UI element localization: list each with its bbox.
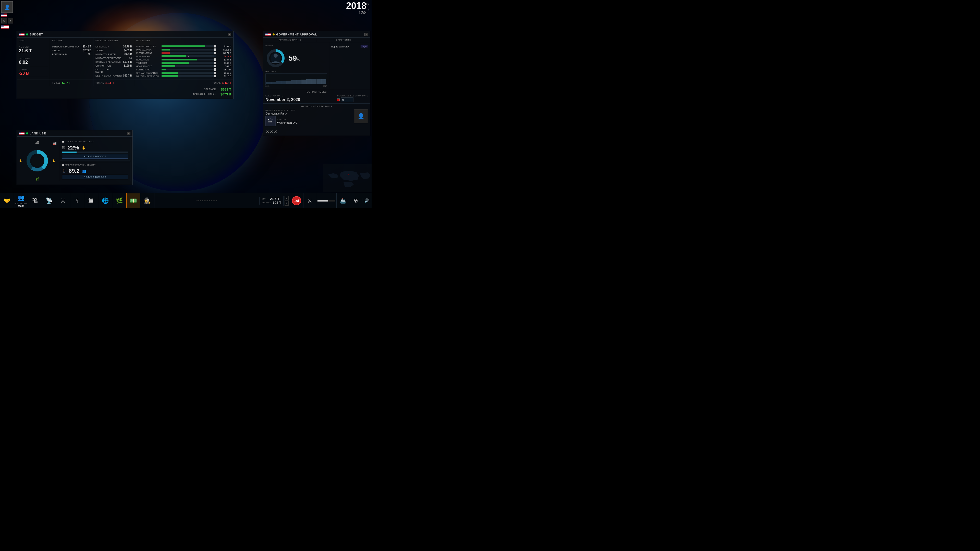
action-icon[interactable]: ✦ bbox=[8, 18, 13, 24]
move-icon[interactable]: ⊕ bbox=[1, 18, 7, 24]
svg-point-3 bbox=[274, 54, 278, 58]
bottom-icon-espionage[interactable]: 🕵 bbox=[140, 193, 154, 208]
exp-bar-environment bbox=[162, 52, 216, 54]
exp-bar-education bbox=[162, 59, 216, 60]
gdp-amount-value: 21.6 T bbox=[19, 48, 48, 54]
bottom-icon-environment[interactable]: 🌿 bbox=[112, 193, 126, 208]
land-header: LAND USE ✕ bbox=[17, 130, 132, 137]
balance-row-bottom: BALANCE 693 T bbox=[262, 201, 281, 205]
bottom-icon-government[interactable]: 🏛 bbox=[84, 193, 98, 208]
fixed-exp-row-5: CORRUPTION $129 B bbox=[95, 64, 132, 68]
exp-row-telecom: TELECOM $149 B bbox=[136, 61, 231, 65]
election-row: ELECTION DATE November 2, 2020 POSTPONE … bbox=[266, 95, 368, 102]
postpone-input[interactable] bbox=[341, 97, 353, 102]
military-icon-bottom: ⚔ bbox=[59, 197, 67, 205]
player-avatar[interactable]: 👤 bbox=[1, 1, 13, 13]
bottom-icon-economy[interactable]: 💵 bbox=[126, 193, 140, 208]
gov-details-section: GOVERNMENT DETAILS NAME OF PARTY IN POWE… bbox=[263, 103, 370, 136]
balance-row: BALANCE $693 T bbox=[19, 87, 231, 92]
exp-row-civilian-research: CIVILIAN RESEARCH $153 B bbox=[136, 71, 231, 75]
exp-bar-fill-healthcare bbox=[162, 56, 186, 57]
urban-icon-left: 🚶 bbox=[62, 169, 66, 173]
income-label-2: FOREIGN AID bbox=[52, 53, 67, 56]
income-val-2: $0 bbox=[88, 53, 91, 56]
gdp-growth-value: 0.02 bbox=[19, 60, 48, 65]
party-label: NAME OF PARTY IN POWER bbox=[266, 109, 352, 111]
rating-display: 59% bbox=[266, 48, 327, 68]
urban-adjust-btn[interactable]: ADJUST BUDGET bbox=[62, 175, 128, 179]
arable-icon-left: 🖼 bbox=[62, 146, 65, 150]
balance-label: BALANCE bbox=[204, 88, 216, 91]
postpone-input-row bbox=[337, 97, 368, 102]
bottom-icon-infrastructure[interactable]: 🏗 bbox=[28, 193, 42, 208]
gov-approval-panel: GOVERNMENT APPROVAL ✕ APPROVAL RATING OP… bbox=[263, 31, 370, 136]
history-bar-5 bbox=[291, 80, 296, 84]
gov-portrait: 👤 bbox=[354, 109, 368, 123]
income-col-header: INCOME bbox=[52, 39, 91, 43]
nav-down-arrow[interactable]: ▼ bbox=[285, 201, 289, 206]
arable-bar bbox=[62, 151, 128, 153]
fixed-exp-label-3: MILITARY OPERATIONS bbox=[95, 57, 121, 59]
nav-up-arrow[interactable]: ▲ bbox=[285, 196, 289, 200]
approval-tabs: APPROVAL RATING OPPONENTS bbox=[263, 38, 370, 42]
land-donut-chart bbox=[24, 148, 50, 173]
history-section: HISTORY 2013 2017 bbox=[266, 70, 327, 87]
budget-header: BUDGET ✕ bbox=[17, 32, 233, 38]
bottom-progress-icon[interactable] bbox=[316, 193, 337, 208]
bottom-icon-health[interactable]: ⚕ bbox=[70, 193, 84, 208]
axe-icon: ⚔ bbox=[307, 198, 312, 204]
opponents-tab[interactable]: OPPONENTS bbox=[317, 38, 370, 42]
capital-text: CAPITAL Washington D.C. bbox=[277, 118, 298, 124]
exp-label-government: GOVERNMENT bbox=[136, 65, 161, 68]
gdp-col-header: GDP bbox=[19, 39, 48, 43]
bottom-icon-communications[interactable]: 📡 bbox=[42, 193, 56, 208]
unit-progress-bar bbox=[318, 200, 335, 202]
bottom-balance-value: 693 T bbox=[273, 201, 281, 205]
exp-bar-marker-infrastructure bbox=[214, 45, 216, 48]
bottom-icon-diplomacy[interactable]: 🤝 bbox=[0, 193, 14, 208]
dot-9 bbox=[213, 200, 213, 201]
income-row-1: TRADE $283 B bbox=[52, 48, 91, 52]
history-bar-0 bbox=[266, 82, 271, 84]
fixed-exp-row-3: MILITARY OPERATIONS $0 bbox=[95, 56, 132, 60]
arable-adjust-btn[interactable]: ADJUST BUDGET bbox=[62, 154, 128, 159]
fixed-exp-row-0: DIPLOMACY $3.78 B bbox=[95, 44, 132, 48]
bottom-axe-icon[interactable]: ⚔ bbox=[304, 193, 316, 208]
bottom-icon-military[interactable]: ⚔ bbox=[56, 193, 70, 208]
bottom-icon-trade[interactable]: 🌐 bbox=[98, 193, 112, 208]
bottom-gdp-value: 21.6 T bbox=[270, 197, 280, 201]
bottom-nuke-icon[interactable]: ☢ bbox=[349, 193, 362, 208]
exp-label-civilian-research: CIVILIAN RESEARCH bbox=[136, 72, 161, 74]
country-flag bbox=[1, 25, 9, 29]
urban-value: 89.2 bbox=[68, 168, 80, 174]
pop-value: 333 M bbox=[18, 205, 24, 207]
exp-bar-dot-healthcare bbox=[188, 56, 189, 57]
capital-row: 🏛 CAPITAL Washington D.C. bbox=[266, 116, 352, 126]
ship-icon: 🚢 bbox=[340, 198, 346, 204]
approval-tab[interactable]: APPROVAL RATING bbox=[263, 38, 317, 42]
expand-arrow[interactable]: › bbox=[368, 8, 369, 12]
land-status-dot bbox=[26, 132, 28, 135]
speaker-icon[interactable]: 🔊 bbox=[362, 198, 372, 203]
postpone-checkbox[interactable] bbox=[337, 98, 340, 101]
player-area: 👤 ⊕ ✦ bbox=[1, 1, 13, 29]
land-close[interactable]: ✕ bbox=[127, 132, 130, 135]
gov-close[interactable]: ✕ bbox=[364, 33, 368, 36]
election-date-field: ELECTION DATE November 2, 2020 bbox=[266, 95, 335, 102]
income-row-0: PERSONAL INCOME TAX $2.42 T bbox=[52, 44, 91, 48]
flag-icon-row: ⊕ ✦ bbox=[1, 18, 13, 24]
fixed-exp-label-1: TRADE bbox=[95, 49, 103, 52]
communications-icon: 📡 bbox=[45, 197, 53, 205]
history-chart bbox=[266, 73, 327, 85]
fixed-exp-row-4: SPECIAL OPERATIONS $17.5 B bbox=[95, 60, 132, 64]
bottom-icon-population[interactable]: 👥 POPULATION 333 M bbox=[14, 193, 28, 208]
date-label: 12/8 bbox=[346, 11, 366, 15]
settings-icon[interactable]: ⚙ bbox=[366, 2, 369, 6]
exp-label-military-research: MILITARY RESEARCH bbox=[136, 75, 161, 78]
party-field: NAME OF PARTY IN POWER Democratic Party bbox=[266, 109, 352, 115]
exp-bar-fill-environment bbox=[162, 52, 170, 54]
budget-close[interactable]: ✕ bbox=[228, 33, 231, 36]
exp-val-healthcare: $-.69 T bbox=[217, 55, 231, 58]
bottom-ship-icon[interactable]: 🚢 bbox=[337, 193, 349, 208]
budget-flag bbox=[19, 33, 24, 36]
